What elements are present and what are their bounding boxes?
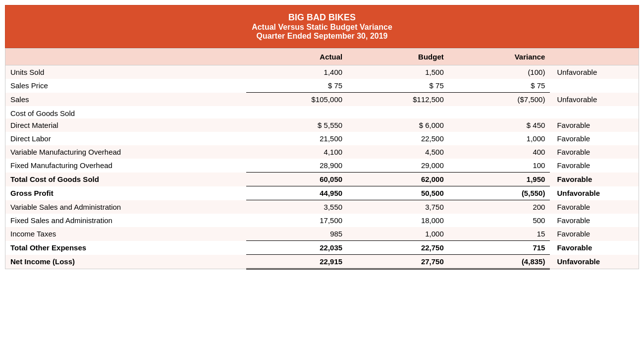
variable-sales-variance: 200 (449, 200, 550, 214)
sales-price-actual: $ 75 (246, 79, 348, 93)
sales-price-variance: $ 75 (449, 79, 550, 93)
gross-profit-actual: 44,950 (246, 186, 348, 200)
cogs-header-budget (347, 106, 449, 118)
fixed-sales-note: Favorable (550, 214, 639, 227)
direct-material-note: Favorable (550, 118, 639, 132)
sales-actual: $105,000 (246, 93, 348, 107)
table-body: Units Sold1,4001,500(100)UnfavorableSale… (5, 65, 639, 269)
variable-sales-label: Variable Sales and Administration (5, 200, 246, 214)
cogs-header-note (550, 106, 639, 118)
sales-label: Sales (5, 93, 246, 107)
gross-profit-label: Gross Profit (5, 186, 246, 200)
col-budget-header: Budget (347, 49, 449, 65)
total-cogs-note: Favorable (550, 173, 639, 186)
net-income-budget: 27,750 (347, 255, 449, 269)
table-header: Actual Budget Variance (5, 49, 639, 65)
total-other-note: Favorable (550, 241, 639, 255)
fixed-sales-actual: 17,500 (246, 214, 348, 227)
total-cogs-actual: 60,050 (246, 173, 348, 186)
income-taxes-budget: 1,000 (347, 227, 449, 241)
total-cogs-budget: 62,000 (347, 173, 449, 186)
income-taxes-actual: 985 (246, 227, 348, 241)
variable-mfg-label: Variable Manufacturing Overhead (5, 145, 246, 159)
variable-mfg-note: Favorable (550, 145, 639, 159)
cogs-header-actual (246, 106, 348, 118)
sales-price-budget: $ 75 (347, 79, 449, 93)
direct-labor-note: Favorable (550, 132, 639, 145)
cogs-header-label: Cost of Goods Sold (5, 106, 246, 118)
sales-price-note (550, 79, 639, 93)
direct-labor-actual: 21,500 (246, 132, 348, 145)
units-sold-note: Unfavorable (550, 65, 639, 79)
fixed-mfg-variance: 100 (449, 159, 550, 173)
fixed-mfg-budget: 29,000 (347, 159, 449, 173)
fixed-sales-variance: 500 (449, 214, 550, 227)
gross-profit-note: Unfavorable (550, 186, 639, 200)
total-cogs-label: Total Cost of Goods Sold (5, 173, 246, 186)
fixed-sales-label: Fixed Sales and Administration (5, 214, 246, 227)
direct-material-budget: $ 6,000 (347, 118, 449, 132)
sales-variance: ($7,500) (449, 93, 550, 107)
total-other-label: Total Other Expenses (5, 241, 246, 255)
units-sold-budget: 1,500 (347, 65, 449, 79)
total-cogs-variance: 1,950 (449, 173, 550, 186)
variable-sales-actual: 3,550 (246, 200, 348, 214)
variable-mfg-actual: 4,100 (246, 145, 348, 159)
units-sold-actual: 1,400 (246, 65, 348, 79)
variable-sales-budget: 3,750 (347, 200, 449, 214)
report-title: Actual Versus Static Budget Variance (10, 23, 634, 32)
total-other-budget: 22,750 (347, 241, 449, 255)
income-taxes-label: Income Taxes (5, 227, 246, 241)
budget-table: Actual Budget Variance Units Sold1,4001,… (5, 48, 639, 270)
sales-price-label: Sales Price (5, 79, 246, 93)
variable-mfg-variance: 400 (449, 145, 550, 159)
company-name: BIG BAD BIKES (10, 12, 634, 23)
direct-labor-variance: 1,000 (449, 132, 550, 145)
gross-profit-budget: 50,500 (347, 186, 449, 200)
net-income-label: Net Income (Loss) (5, 255, 246, 269)
units-sold-variance: (100) (449, 65, 550, 79)
income-taxes-variance: 15 (449, 227, 550, 241)
direct-material-actual: $ 5,550 (246, 118, 348, 132)
total-other-actual: 22,035 (246, 241, 348, 255)
fixed-mfg-actual: 28,900 (246, 159, 348, 173)
variable-sales-note: Favorable (550, 200, 639, 214)
sales-note: Unfavorable (550, 93, 639, 107)
gross-profit-variance: (5,550) (449, 186, 550, 200)
direct-material-variance: $ 450 (449, 118, 550, 132)
report-header: BIG BAD BIKES Actual Versus Static Budge… (5, 5, 639, 48)
col-note-header (550, 49, 639, 65)
total-other-variance: 715 (449, 241, 550, 255)
fixed-mfg-note: Favorable (550, 159, 639, 173)
col-variance-header: Variance (449, 49, 550, 65)
direct-material-label: Direct Material (5, 118, 246, 132)
fixed-sales-budget: 18,000 (347, 214, 449, 227)
cogs-header-variance (449, 106, 550, 118)
col-actual-header: Actual (246, 49, 348, 65)
net-income-variance: (4,835) (449, 255, 550, 269)
units-sold-label: Units Sold (5, 65, 246, 79)
sales-budget: $112,500 (347, 93, 449, 107)
direct-labor-label: Direct Labor (5, 132, 246, 145)
net-income-note: Unfavorable (550, 255, 639, 269)
variable-mfg-budget: 4,500 (347, 145, 449, 159)
col-label-header (5, 49, 246, 65)
direct-labor-budget: 22,500 (347, 132, 449, 145)
report-subtitle: Quarter Ended September 30, 2019 (10, 32, 634, 41)
income-taxes-note: Favorable (550, 227, 639, 241)
net-income-actual: 22,915 (246, 255, 348, 269)
fixed-mfg-label: Fixed Manufacturing Overhead (5, 159, 246, 173)
report-container: BIG BAD BIKES Actual Versus Static Budge… (5, 5, 639, 270)
